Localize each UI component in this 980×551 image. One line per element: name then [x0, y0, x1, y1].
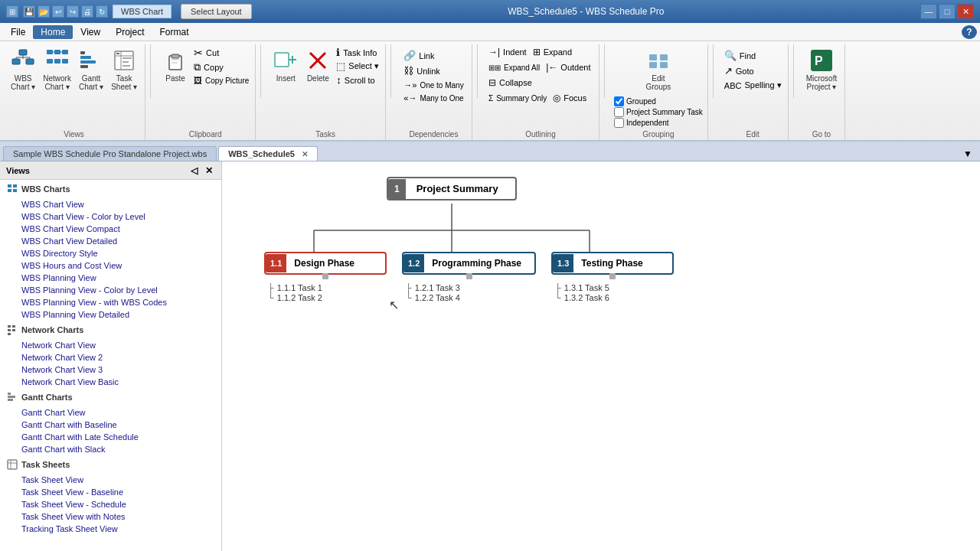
network-chart-button[interactable]: NetworkChart ▾: [40, 46, 74, 93]
network-charts-header[interactable]: Network Charts: [0, 321, 221, 339]
sidebar-item-gantt-baseline[interactable]: Gantt Chart with Baseline: [0, 419, 221, 431]
link-button[interactable]: 🔗 Link: [402, 49, 465, 62]
sidebar-item-wbs-hours-cost[interactable]: WBS Hours and Cost View: [0, 259, 221, 272]
svg-rect-18: [80, 65, 88, 68]
minimize-button[interactable]: —: [920, 4, 937, 19]
sep2: [260, 44, 261, 98]
expand-all-button[interactable]: ⊞⊞ Expand All: [487, 61, 541, 73]
select-layout-button[interactable]: Select Layout: [181, 4, 252, 19]
scroll-to-button[interactable]: ↕ Scroll to: [335, 73, 381, 86]
tab-wbs-schedule5[interactable]: WBS_Schedule5 ✕: [218, 146, 318, 161]
sidebar-item-wbs-compact[interactable]: WBS Chart View Compact: [0, 223, 221, 235]
sidebar-section-task-sheets: Task Sheets Task Sheet View Task Sheet V…: [0, 455, 221, 535]
one-to-many-label: One to Many: [420, 81, 463, 90]
sidebar-item-gantt-slack[interactable]: Gantt Chart with Slack: [0, 443, 221, 455]
menu-format[interactable]: Format: [152, 25, 197, 39]
find-button[interactable]: 🔍 Find: [723, 49, 783, 62]
redo-icon[interactable]: ↪: [67, 5, 79, 18]
sidebar-item-wbs-planning-codes[interactable]: WBS Planning View - with WBS Codes: [0, 296, 221, 308]
sidebar-item-wbs-detailed[interactable]: WBS Chart View Detailed: [0, 235, 221, 247]
task-sheet-button[interactable]: TaskSheet ▾: [108, 46, 140, 93]
microsoft-project-button[interactable]: P MicrosoftProject ▾: [803, 46, 841, 93]
sidebar-options-icon[interactable]: ✕: [203, 165, 215, 177]
insert-button[interactable]: Insert: [270, 46, 301, 85]
expand-button[interactable]: ⊞ Expand: [531, 46, 573, 58]
task-sheets-header[interactable]: Task Sheets: [0, 455, 221, 474]
wbs-charts-header[interactable]: WBS Charts: [0, 180, 221, 198]
cut-button[interactable]: ✂ Cut: [192, 46, 250, 60]
outdent-icon: |←: [546, 62, 557, 73]
tab-sample-project[interactable]: Sample WBS Schedule Pro Standalone Proje…: [3, 146, 217, 161]
edit-groups-button[interactable]: EditGroups: [642, 46, 674, 93]
find-icon: 🔍: [724, 50, 737, 61]
sidebar-item-wbs-planning-detailed[interactable]: WBS Planning View Detailed: [0, 308, 221, 321]
sidebar-item-wbs-color-level[interactable]: WBS Chart View - Color by Level: [0, 210, 221, 223]
copy-button[interactable]: ⧉ Copy: [192, 60, 250, 74]
edit-group-label: Edit: [746, 130, 760, 139]
copy-picture-button[interactable]: 🖼 Copy Picture: [192, 75, 250, 86]
sidebar-item-wbs-planning-color[interactable]: WBS Planning View - Color by Level: [0, 284, 221, 296]
undo-icon[interactable]: ↩: [52, 5, 64, 18]
outdent-button[interactable]: |← Outdent: [544, 61, 592, 73]
refresh-icon[interactable]: ↻: [96, 5, 108, 18]
grouped-checkbox[interactable]: [614, 96, 624, 106]
one-to-many-button[interactable]: →» One to Many: [402, 80, 465, 90]
sidebar-item-wbs-chart-view[interactable]: WBS Chart View: [0, 198, 221, 210]
many-to-one-button[interactable]: «→ Many to One: [402, 93, 465, 103]
find-label: Find: [740, 51, 756, 60]
wbs-testing-node[interactable]: 1.3 Testing Phase: [551, 252, 674, 275]
help-button[interactable]: ?: [962, 25, 977, 39]
sidebar-item-task-sheet-notes[interactable]: Task Sheet View with Notes: [0, 510, 221, 523]
sidebar-item-network-basic[interactable]: Network Chart View Basic: [0, 376, 221, 388]
gantt-chart-button[interactable]: GanttChart ▾: [76, 46, 106, 93]
menu-view[interactable]: View: [73, 25, 108, 39]
unlink-icon: ⛓: [403, 65, 413, 77]
focus-button[interactable]: ◎ Focus: [551, 92, 588, 104]
menu-home[interactable]: Home: [33, 25, 73, 39]
collapse-button[interactable]: ⊟ Collapse: [487, 77, 534, 89]
sidebar-item-wbs-planning[interactable]: WBS Planning View: [0, 272, 221, 284]
task-info-button[interactable]: ℹ Task Info: [335, 46, 381, 59]
goto-button[interactable]: ↗ Goto: [723, 64, 783, 77]
delete-button[interactable]: Delete: [302, 46, 333, 85]
sidebar-item-task-sheet-view[interactable]: Task Sheet View: [0, 474, 221, 486]
sidebar-item-gantt-late[interactable]: Gantt Chart with Late Schedule: [0, 431, 221, 443]
unlink-button[interactable]: ⛓ Unlink: [402, 64, 465, 77]
wbs-design-node[interactable]: 1.1 Design Phase: [264, 252, 387, 275]
sidebar-collapse-icon[interactable]: ◁: [188, 165, 200, 177]
sidebar-item-task-sheet-schedule[interactable]: Task Sheet View - Schedule: [0, 498, 221, 510]
wbs-chart-button[interactable]: WBSChart ▾: [8, 46, 38, 93]
wbs-root-node[interactable]: 1 Project Summary: [387, 177, 517, 201]
menu-file[interactable]: File: [3, 25, 33, 39]
summary-only-button[interactable]: Σ Summary Only: [487, 92, 548, 104]
save-icon[interactable]: 💾: [23, 5, 35, 18]
tab-close-icon[interactable]: ✕: [302, 150, 308, 158]
gantt-charts-header[interactable]: Gantt Charts: [0, 388, 221, 406]
svg-rect-48: [12, 329, 15, 331]
sidebar-item-tracking-task-sheet[interactable]: Tracking Task Sheet View: [0, 523, 221, 535]
paste-button[interactable]: Paste: [160, 46, 191, 85]
sidebar-item-network-view-3[interactable]: Network Chart View 3: [0, 364, 221, 376]
wbs-chart-tab[interactable]: WBS Chart: [113, 5, 172, 18]
sidebar-item-gantt-view[interactable]: Gantt Chart View: [0, 406, 221, 419]
wbs-programming-node[interactable]: 1.2 Programming Phase: [402, 252, 536, 275]
sep5: [604, 44, 605, 98]
sidebar-item-wbs-directory[interactable]: WBS Directory Style: [0, 247, 221, 259]
indent-button[interactable]: →| Indent: [487, 46, 528, 58]
select-button[interactable]: ⬚ Select ▾: [335, 60, 381, 73]
svg-rect-1: [12, 59, 20, 64]
spelling-button[interactable]: ABC Spelling ▾: [723, 80, 783, 91]
maximize-button[interactable]: □: [939, 4, 956, 19]
menu-project[interactable]: Project: [108, 25, 152, 39]
close-button[interactable]: ✕: [957, 4, 974, 19]
print-icon[interactable]: 🖨: [81, 5, 93, 18]
project-summary-task-checkbox[interactable]: [614, 107, 624, 117]
testing-node-label: Testing Phase: [573, 253, 650, 273]
tab-scroll-arrow[interactable]: ▼: [959, 147, 977, 161]
open-icon[interactable]: 📂: [38, 5, 50, 18]
sidebar-item-task-sheet-baseline[interactable]: Task Sheet View - Baseline: [0, 486, 221, 498]
sidebar-item-network-view-2[interactable]: Network Chart View 2: [0, 351, 221, 364]
canvas-area[interactable]: 1 Project Summary 1.1 Design Phase ├ 1.1…: [222, 161, 980, 551]
independent-checkbox[interactable]: [614, 118, 624, 128]
sidebar-item-network-view[interactable]: Network Chart View: [0, 339, 221, 351]
